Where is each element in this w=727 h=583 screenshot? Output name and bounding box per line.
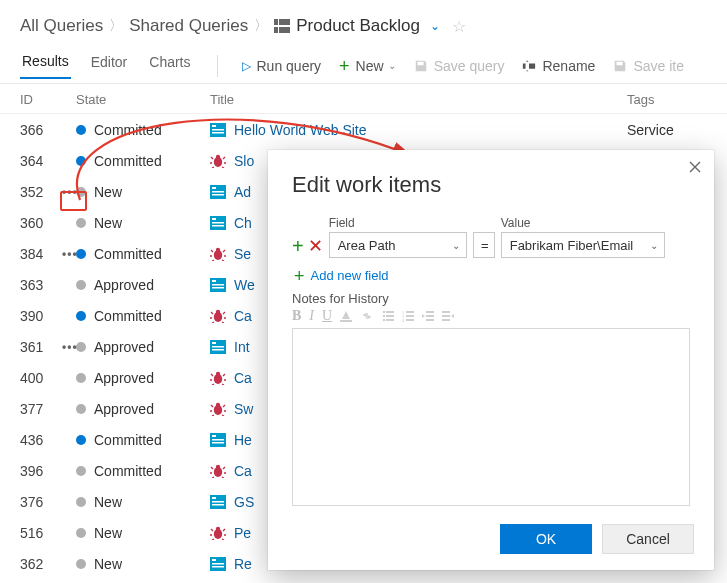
run-query-button[interactable]: ▷ Run query: [242, 58, 322, 74]
save-items-label: Save ite: [633, 58, 684, 74]
work-item-link[interactable]: Ca: [234, 370, 252, 386]
field-select[interactable]: Area Path ⌄: [329, 232, 467, 258]
bullet-list-icon[interactable]: [382, 310, 394, 322]
col-id[interactable]: ID: [20, 92, 76, 107]
pbi-icon: [210, 185, 226, 199]
underline-button[interactable]: U: [322, 308, 332, 324]
cell-state: New: [76, 494, 210, 510]
work-item-link[interactable]: Hello World Web Site: [234, 122, 367, 138]
plus-icon: +: [294, 269, 305, 283]
breadcrumb-root[interactable]: All Queries: [20, 16, 103, 36]
cell-id: 363: [20, 277, 76, 293]
pbi-icon: [210, 340, 226, 354]
rename-button[interactable]: Rename: [522, 58, 595, 74]
favorite-star-icon[interactable]: ☆: [452, 17, 466, 36]
row-actions-button[interactable]: •••: [62, 340, 78, 354]
work-item-link[interactable]: We: [234, 277, 255, 293]
state-dot-icon: [76, 373, 86, 383]
pbi-icon: [210, 216, 226, 230]
breadcrumb: All Queries 〉 Shared Queries 〉 Product B…: [0, 0, 727, 48]
font-color-icon[interactable]: [340, 310, 352, 322]
rename-label: Rename: [542, 58, 595, 74]
state-text: Committed: [94, 308, 162, 324]
svg-point-41: [216, 526, 220, 530]
remove-row-button[interactable]: ✕: [308, 238, 323, 254]
cell-id: 364: [20, 153, 76, 169]
cell-id: 362: [20, 556, 76, 572]
tab-editor[interactable]: Editor: [89, 54, 130, 78]
pbi-icon: [210, 278, 226, 292]
link-icon[interactable]: [360, 310, 374, 322]
svg-rect-39: [212, 504, 224, 506]
number-list-icon[interactable]: 123: [402, 310, 414, 322]
work-item-link[interactable]: GS: [234, 494, 254, 510]
tab-results[interactable]: Results: [20, 53, 71, 79]
work-item-link[interactable]: Pe: [234, 525, 251, 541]
cell-id: 366: [20, 122, 76, 138]
rename-icon: [522, 59, 536, 73]
save-query-button: Save query: [414, 58, 505, 74]
cell-id: 400: [20, 370, 76, 386]
col-state[interactable]: State: [76, 92, 210, 107]
add-new-field-link[interactable]: + Add new field: [294, 268, 690, 283]
breadcrumb-query[interactable]: Product Backlog: [296, 16, 420, 36]
work-item-link[interactable]: He: [234, 432, 252, 448]
outdent-icon[interactable]: [422, 310, 434, 322]
cell-title[interactable]: Hello World Web Site: [210, 122, 627, 138]
row-actions-button[interactable]: •••: [62, 185, 78, 199]
cell-state: Approved: [76, 277, 210, 293]
col-tags[interactable]: Tags: [627, 92, 707, 107]
new-label: New: [356, 58, 384, 74]
work-item-link[interactable]: Ca: [234, 463, 252, 479]
chevron-down-icon: ⌄: [388, 60, 396, 71]
work-item-link[interactable]: Se: [234, 246, 251, 262]
work-item-link[interactable]: Ch: [234, 215, 252, 231]
breadcrumb-folder[interactable]: Shared Queries: [129, 16, 248, 36]
chevron-down-icon[interactable]: ⌄: [430, 19, 440, 33]
cell-id: 396: [20, 463, 76, 479]
state-text: Committed: [94, 153, 162, 169]
cell-state: Approved: [76, 370, 210, 386]
chevron-down-icon: ⌄: [452, 240, 460, 251]
work-item-link[interactable]: Int: [234, 339, 250, 355]
state-dot-icon: [76, 311, 86, 321]
chevron-right-icon: 〉: [109, 17, 123, 35]
tabs-toolbar: Results Editor Charts ▷ Run query + New …: [0, 48, 727, 84]
plus-icon: +: [339, 59, 350, 73]
svg-rect-64: [442, 319, 450, 321]
col-title[interactable]: Title: [210, 92, 627, 107]
cell-id: 377: [20, 401, 76, 417]
value-select[interactable]: Fabrikam Fiber\Email ⌄: [501, 232, 665, 258]
svg-point-15: [216, 247, 220, 251]
row-actions-button[interactable]: •••: [62, 247, 78, 261]
tab-charts[interactable]: Charts: [147, 54, 192, 78]
work-item-link[interactable]: Slo: [234, 153, 254, 169]
add-new-label: Add new field: [311, 268, 389, 283]
bug-icon: [210, 371, 226, 385]
indent-icon[interactable]: [442, 310, 454, 322]
svg-rect-50: [386, 315, 394, 317]
ok-button[interactable]: OK: [500, 524, 592, 554]
add-row-button[interactable]: +: [292, 238, 304, 254]
work-item-link[interactable]: Sw: [234, 401, 253, 417]
close-button[interactable]: [688, 160, 702, 177]
table-row[interactable]: 366CommittedHello World Web SiteService: [0, 114, 727, 145]
svg-point-35: [216, 464, 220, 468]
notes-textarea[interactable]: [292, 328, 690, 506]
pbi-icon: [210, 433, 226, 447]
cancel-button[interactable]: Cancel: [602, 524, 694, 554]
svg-rect-56: [406, 315, 414, 317]
svg-rect-3: [212, 132, 224, 134]
work-item-link[interactable]: Re: [234, 556, 252, 572]
svg-rect-62: [442, 311, 450, 313]
svg-rect-7: [212, 187, 216, 189]
work-item-link[interactable]: Ad: [234, 184, 251, 200]
pbi-icon: [210, 495, 226, 509]
italic-button[interactable]: I: [309, 308, 314, 324]
rte-toolbar: B I U 123: [292, 308, 690, 324]
state-dot-icon: [76, 280, 86, 290]
bold-button[interactable]: B: [292, 308, 301, 324]
work-item-link[interactable]: Ca: [234, 308, 252, 324]
new-button[interactable]: + New ⌄: [339, 58, 396, 74]
chevron-right-icon: 〉: [254, 17, 268, 35]
